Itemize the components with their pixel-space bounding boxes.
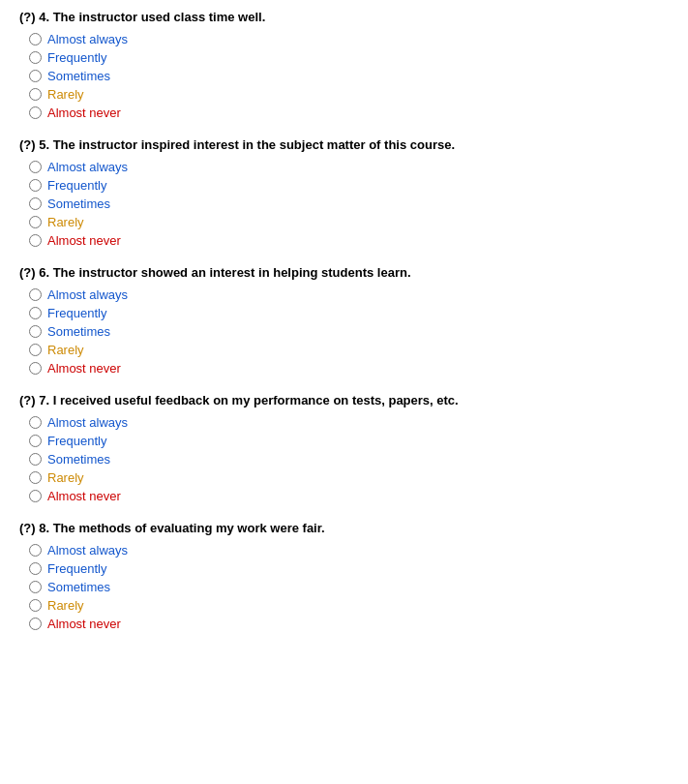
question-6-radio-rarely[interactable] xyxy=(29,344,42,356)
list-item: Almost always xyxy=(29,415,669,430)
list-item: Almost never xyxy=(29,106,669,120)
question-4-radio-almost-always[interactable] xyxy=(29,33,42,45)
question-4-radio-sometimes[interactable] xyxy=(29,70,42,82)
question-6-label-almost-never[interactable]: Almost never xyxy=(47,361,121,376)
question-6-radio-frequently[interactable] xyxy=(29,307,42,319)
question-5-label-almost-always[interactable]: Almost always xyxy=(47,160,128,174)
question-6-label-almost-always[interactable]: Almost always xyxy=(47,287,128,302)
list-item: Frequently xyxy=(29,561,669,576)
question-6-label-sometimes[interactable]: Sometimes xyxy=(47,324,110,339)
list-item: Almost always xyxy=(29,287,669,302)
list-item: Sometimes xyxy=(29,69,669,83)
list-item: Rarely xyxy=(29,215,669,229)
question-8-title: (?) 8. The methods of evaluating my work… xyxy=(19,521,669,535)
question-4-label-sometimes[interactable]: Sometimes xyxy=(47,69,110,83)
question-8-radio-frequently[interactable] xyxy=(29,562,42,575)
question-7-label-sometimes[interactable]: Sometimes xyxy=(47,452,110,467)
question-8-radio-almost-never[interactable] xyxy=(29,618,42,630)
question-4-radio-frequently[interactable] xyxy=(29,51,42,64)
list-item: Almost never xyxy=(29,361,669,376)
question-7-title: (?) 7. I received useful feedback on my … xyxy=(19,393,669,407)
list-item: Almost always xyxy=(29,32,669,46)
question-5: (?) 5. The instructor inspired interest … xyxy=(19,137,669,248)
question-7-radio-almost-always[interactable] xyxy=(29,416,42,429)
question-4-label-rarely[interactable]: Rarely xyxy=(47,87,84,102)
list-item: Rarely xyxy=(29,598,669,613)
question-5-radio-almost-always[interactable] xyxy=(29,161,42,173)
list-item: Frequently xyxy=(29,50,669,65)
question-7: (?) 7. I received useful feedback on my … xyxy=(19,393,669,503)
list-item: Sometimes xyxy=(29,580,669,594)
question-7-label-almost-always[interactable]: Almost always xyxy=(47,415,128,430)
question-8-radio-almost-always[interactable] xyxy=(29,544,42,557)
list-item: Frequently xyxy=(29,434,669,448)
question-7-options: Almost alwaysFrequentlySometimesRarelyAl… xyxy=(19,415,669,503)
question-6-label-rarely[interactable]: Rarely xyxy=(47,343,84,357)
question-6-radio-sometimes[interactable] xyxy=(29,325,42,338)
list-item: Almost never xyxy=(29,617,669,631)
question-7-radio-almost-never[interactable] xyxy=(29,490,42,502)
question-7-label-frequently[interactable]: Frequently xyxy=(47,434,106,448)
survey-container: (?) 4. The instructor used class time we… xyxy=(19,10,669,631)
list-item: Rarely xyxy=(29,343,669,357)
question-8: (?) 8. The methods of evaluating my work… xyxy=(19,521,669,631)
list-item: Frequently xyxy=(29,178,669,193)
question-4: (?) 4. The instructor used class time we… xyxy=(19,10,669,120)
list-item: Almost never xyxy=(29,489,669,503)
question-8-label-almost-never[interactable]: Almost never xyxy=(47,617,121,631)
question-4-radio-rarely[interactable] xyxy=(29,88,42,101)
question-7-radio-sometimes[interactable] xyxy=(29,453,42,466)
question-6-options: Almost alwaysFrequentlySometimesRarelyAl… xyxy=(19,287,669,376)
question-6: (?) 6. The instructor showed an interest… xyxy=(19,265,669,376)
question-6-title: (?) 6. The instructor showed an interest… xyxy=(19,265,669,280)
list-item: Sometimes xyxy=(29,452,669,467)
question-5-label-sometimes[interactable]: Sometimes xyxy=(47,196,110,211)
list-item: Sometimes xyxy=(29,324,669,339)
question-7-radio-rarely[interactable] xyxy=(29,471,42,484)
question-6-label-frequently[interactable]: Frequently xyxy=(47,306,106,320)
question-5-radio-sometimes[interactable] xyxy=(29,197,42,210)
list-item: Rarely xyxy=(29,470,669,485)
question-8-label-almost-always[interactable]: Almost always xyxy=(47,543,128,558)
question-6-radio-almost-always[interactable] xyxy=(29,288,42,301)
list-item: Rarely xyxy=(29,87,669,102)
list-item: Sometimes xyxy=(29,196,669,211)
list-item: Almost never xyxy=(29,233,669,248)
question-5-label-rarely[interactable]: Rarely xyxy=(47,215,84,229)
question-4-label-almost-always[interactable]: Almost always xyxy=(47,32,128,46)
question-4-label-almost-never[interactable]: Almost never xyxy=(47,106,121,120)
question-4-radio-almost-never[interactable] xyxy=(29,106,42,119)
question-7-label-rarely[interactable]: Rarely xyxy=(47,470,84,485)
question-5-label-frequently[interactable]: Frequently xyxy=(47,178,106,193)
question-7-radio-frequently[interactable] xyxy=(29,435,42,447)
question-5-options: Almost alwaysFrequentlySometimesRarelyAl… xyxy=(19,160,669,248)
question-8-radio-rarely[interactable] xyxy=(29,599,42,612)
question-7-label-almost-never[interactable]: Almost never xyxy=(47,489,121,503)
question-8-radio-sometimes[interactable] xyxy=(29,581,42,593)
question-6-radio-almost-never[interactable] xyxy=(29,362,42,375)
question-5-title: (?) 5. The instructor inspired interest … xyxy=(19,137,669,152)
question-5-radio-rarely[interactable] xyxy=(29,216,42,228)
list-item: Almost always xyxy=(29,543,669,558)
list-item: Frequently xyxy=(29,306,669,320)
list-item: Almost always xyxy=(29,160,669,174)
question-4-options: Almost alwaysFrequentlySometimesRarelyAl… xyxy=(19,32,669,120)
question-4-title: (?) 4. The instructor used class time we… xyxy=(19,10,669,24)
question-8-options: Almost alwaysFrequentlySometimesRarelyAl… xyxy=(19,543,669,631)
question-5-radio-frequently[interactable] xyxy=(29,179,42,192)
question-8-label-frequently[interactable]: Frequently xyxy=(47,561,106,576)
question-5-label-almost-never[interactable]: Almost never xyxy=(47,233,121,248)
question-8-label-rarely[interactable]: Rarely xyxy=(47,598,84,613)
question-8-label-sometimes[interactable]: Sometimes xyxy=(47,580,110,594)
question-5-radio-almost-never[interactable] xyxy=(29,234,42,247)
question-4-label-frequently[interactable]: Frequently xyxy=(47,50,106,65)
